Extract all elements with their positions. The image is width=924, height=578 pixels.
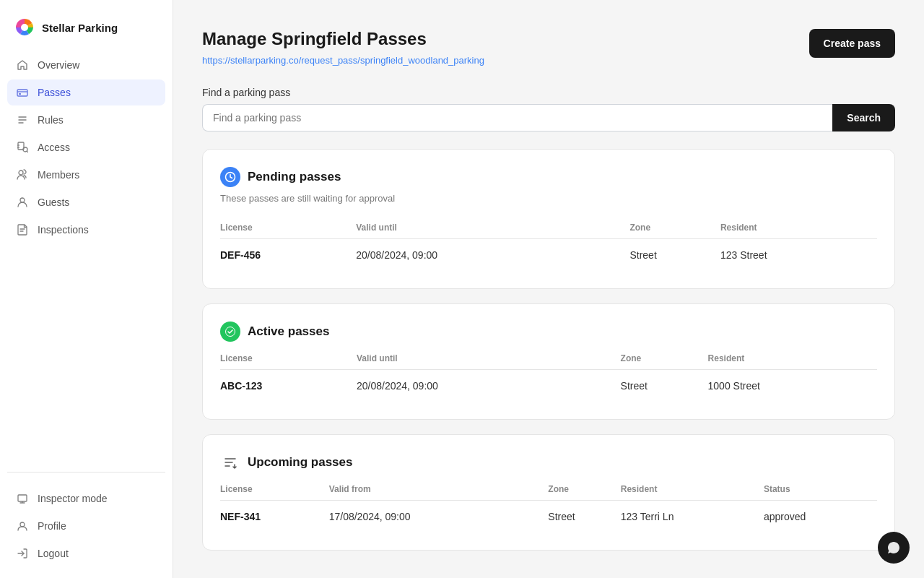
page-url-link[interactable]: https://stellarparking.co/request_pass/s… — [202, 55, 484, 66]
sidebar-bottom: Inspector mode Profile Logout — [0, 478, 173, 566]
active-passes-card: Active passes License Valid until Zone R… — [202, 303, 895, 420]
sidebar-label-overview: Overview — [38, 59, 79, 71]
sidebar-item-inspections[interactable]: Inspections — [7, 217, 165, 243]
resident-cell: 123 Street — [720, 239, 877, 272]
table-row[interactable]: NEF-341 17/08/2024, 09:00 Street 123 Ter… — [220, 501, 877, 533]
search-section: Find a parking pass Search — [202, 87, 895, 131]
active-col-zone: Zone — [621, 348, 708, 370]
sidebar-item-profile[interactable]: Profile — [7, 513, 165, 539]
sidebar-label-rules: Rules — [38, 114, 64, 126]
valid-until-cell: 20/08/2024, 09:00 — [357, 370, 621, 402]
upcoming-col-valid-from: Valid from — [329, 478, 549, 501]
pending-passes-card: Pending passes These passes are still wa… — [202, 149, 895, 289]
upcoming-col-status: Status — [764, 478, 877, 501]
sidebar-item-logout[interactable]: Logout — [7, 540, 165, 566]
pending-col-valid-until: Valid until — [356, 217, 629, 239]
license-cell: NEF-341 — [220, 501, 329, 533]
active-table-header-row: License Valid until Zone Resident — [220, 348, 877, 370]
pending-table-body: DEF-456 20/08/2024, 09:00 Street 123 Str… — [220, 239, 877, 272]
upcoming-card-title: Upcoming passes — [248, 455, 353, 470]
access-icon — [16, 141, 29, 154]
svg-point-15 — [20, 522, 25, 527]
brand-logo-icon — [14, 17, 35, 38]
pending-passes-table: License Valid until Zone Resident DEF-45… — [220, 217, 877, 271]
members-icon — [16, 168, 29, 181]
sidebar-item-passes[interactable]: Passes — [7, 79, 165, 105]
sidebar-label-inspections: Inspections — [38, 224, 89, 236]
table-row[interactable]: ABC-123 20/08/2024, 09:00 Street 1000 St… — [220, 370, 877, 402]
sidebar-item-guests[interactable]: Guests — [7, 189, 165, 215]
pending-col-resident: Resident — [720, 217, 877, 239]
active-icon — [220, 322, 240, 342]
active-col-valid-until: Valid until — [357, 348, 621, 370]
sidebar-item-members[interactable]: Members — [7, 162, 165, 188]
svg-point-1 — [21, 24, 28, 31]
license-cell: DEF-456 — [220, 239, 356, 272]
svg-line-11 — [27, 151, 27, 152]
passes-icon — [16, 86, 29, 99]
svg-point-12 — [19, 171, 23, 175]
pending-col-zone: Zone — [629, 217, 720, 239]
home-icon — [16, 59, 29, 72]
active-passes-table: License Valid until Zone Resident ABC-12… — [220, 348, 877, 402]
main-content: Manage Springfield Passes https://stella… — [173, 0, 924, 578]
pending-col-license: License — [220, 217, 356, 239]
sidebar-label-profile: Profile — [38, 520, 66, 532]
rules-icon — [16, 113, 29, 126]
svg-rect-3 — [19, 93, 21, 95]
inspections-icon — [16, 223, 29, 236]
active-col-license: License — [220, 348, 357, 370]
upcoming-table-header-row: License Valid from Zone Resident Status — [220, 478, 877, 501]
search-row: Search — [202, 104, 895, 131]
upcoming-table-body: NEF-341 17/08/2024, 09:00 Street 123 Ter… — [220, 501, 877, 533]
search-button[interactable]: Search — [832, 104, 895, 131]
sidebar-label-inspector-mode: Inspector mode — [38, 493, 108, 504]
page-header-left: Manage Springfield Passes https://stella… — [202, 29, 484, 66]
valid-until-cell: 20/08/2024, 09:00 — [356, 239, 629, 272]
pending-card-title: Pending passes — [248, 170, 341, 184]
page-header: Manage Springfield Passes https://stella… — [202, 29, 895, 66]
guests-icon — [16, 196, 29, 209]
page-title: Manage Springfield Passes — [202, 29, 484, 49]
upcoming-card-header: Upcoming passes — [220, 452, 877, 473]
inspector-icon — [16, 492, 29, 505]
table-row[interactable]: DEF-456 20/08/2024, 09:00 Street 123 Str… — [220, 239, 877, 272]
create-pass-button[interactable]: Create pass — [809, 29, 895, 58]
chat-bubble[interactable] — [878, 532, 910, 564]
chat-icon — [886, 540, 901, 555]
license-cell: ABC-123 — [220, 370, 357, 402]
brand-name: Stellar Parking — [42, 22, 118, 34]
resident-cell: 123 Terri Ln — [621, 501, 764, 533]
svg-rect-14 — [18, 495, 27, 501]
sidebar-label-members: Members — [38, 169, 79, 181]
resident-cell: 1000 Street — [708, 370, 877, 402]
sidebar-divider — [7, 472, 165, 473]
svg-point-13 — [20, 198, 25, 202]
profile-icon — [16, 519, 29, 532]
upcoming-passes-table: License Valid from Zone Resident Status … — [220, 478, 877, 532]
zone-cell: Street — [629, 239, 720, 272]
sidebar-item-overview[interactable]: Overview — [7, 52, 165, 78]
search-input[interactable] — [202, 104, 832, 131]
upcoming-col-zone: Zone — [548, 478, 620, 501]
upcoming-icon — [220, 452, 240, 473]
sidebar-label-access: Access — [38, 142, 70, 153]
upcoming-col-license: License — [220, 478, 329, 501]
upcoming-col-resident: Resident — [621, 478, 764, 501]
upcoming-passes-card: Upcoming passes License Valid from Zone … — [202, 434, 895, 551]
pending-table-header-row: License Valid until Zone Resident — [220, 217, 877, 239]
pending-icon — [220, 167, 240, 187]
pending-card-subtitle: These passes are still waiting for appro… — [220, 193, 877, 204]
active-card-header: Active passes — [220, 322, 877, 342]
sidebar-label-guests: Guests — [38, 197, 69, 208]
zone-cell: Street — [621, 370, 708, 402]
sidebar-item-access[interactable]: Access — [7, 134, 165, 160]
zone-cell: Street — [548, 501, 620, 533]
active-table-body: ABC-123 20/08/2024, 09:00 Street 1000 St… — [220, 370, 877, 402]
status-cell: approved — [764, 501, 877, 533]
active-col-resident: Resident — [708, 348, 877, 370]
sidebar-item-inspector-mode[interactable]: Inspector mode — [7, 486, 165, 512]
active-card-title: Active passes — [248, 324, 329, 339]
sidebar-item-rules[interactable]: Rules — [7, 107, 165, 133]
sidebar: Stellar Parking Overview Passes Rules — [0, 0, 173, 578]
